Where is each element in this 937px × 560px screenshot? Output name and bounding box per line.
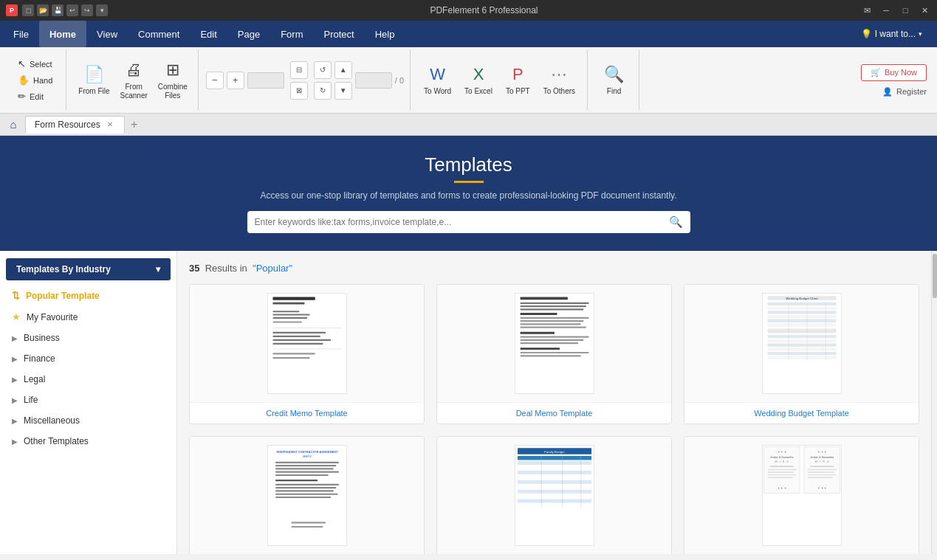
- scrollbar[interactable]: [931, 251, 937, 554]
- templates-grid-area: 35 Results in "Popular": [177, 251, 931, 554]
- edit-icon: ✏: [18, 91, 26, 102]
- combine-files-button[interactable]: ⊞ CombineFiles: [154, 58, 192, 103]
- sidebar-item-favourite[interactable]: ★ My Favourite: [0, 306, 176, 328]
- select-button[interactable]: ↖ Select: [13, 57, 57, 71]
- svg-rect-45: [767, 348, 836, 350]
- home-tab-button[interactable]: ⌂: [3, 117, 24, 133]
- fit-width-button[interactable]: ⊟: [290, 61, 308, 79]
- sidebar-misc-label: Miscellaneous: [24, 415, 80, 426]
- sidebar-life-label: Life: [24, 395, 38, 405]
- templates-subtitle: Access our one-stop library of templates…: [18, 190, 919, 201]
- svg-rect-42: [767, 335, 836, 338]
- menu-comment[interactable]: Comment: [128, 21, 190, 47]
- menu-edit[interactable]: Edit: [190, 21, 227, 47]
- new-icon[interactable]: ◻: [22, 4, 34, 16]
- menu-page[interactable]: Page: [227, 21, 270, 47]
- excel-icon: X: [473, 65, 484, 84]
- lightbulb-icon: 💡: [861, 29, 872, 39]
- svg-text:Family Budget: Family Budget: [544, 450, 565, 454]
- svg-rect-59: [275, 480, 318, 481]
- template-thumb-1: [190, 285, 424, 403]
- svg-rect-57: [275, 471, 339, 473]
- sidebar-item-popular[interactable]: ⇅ Popular Template: [0, 285, 176, 306]
- zoom-input[interactable]: [247, 72, 284, 89]
- zoom-in-button[interactable]: +: [227, 72, 244, 89]
- add-tab-button[interactable]: +: [126, 117, 143, 133]
- menu-form[interactable]: Form: [270, 21, 313, 47]
- sidebar-item-legal[interactable]: ▶ Legal: [0, 369, 176, 390]
- template-card-family-budget[interactable]: Family Budget: [436, 436, 672, 554]
- svg-rect-78: [517, 494, 591, 498]
- fit-page-button[interactable]: ⊠: [290, 82, 308, 100]
- search-icon[interactable]: 🔍: [669, 215, 683, 229]
- page-number-input[interactable]: [355, 72, 392, 89]
- i-want-to[interactable]: 💡 I want to... ▾: [855, 26, 928, 42]
- edit-button[interactable]: ✏ Edit: [13, 89, 57, 103]
- undo-icon[interactable]: ↩: [66, 4, 78, 16]
- menu-bar: File Home View Comment Edit Page Form Pr…: [0, 21, 937, 47]
- hand-button[interactable]: ✋ Hand: [13, 73, 57, 87]
- zoom-out-button[interactable]: −: [206, 72, 224, 89]
- svg-rect-56: [275, 468, 334, 469]
- maximize-button[interactable]: □: [899, 4, 912, 16]
- svg-rect-23: [520, 323, 580, 325]
- form-resources-tab[interactable]: Form Resources ✕: [25, 116, 125, 134]
- email-icon[interactable]: ✉: [860, 4, 873, 16]
- menu-file[interactable]: File: [3, 21, 39, 47]
- to-excel-button[interactable]: X To Excel: [459, 62, 498, 98]
- close-button[interactable]: ✕: [918, 4, 931, 16]
- menu-view[interactable]: View: [86, 21, 128, 47]
- scroll-thumb[interactable]: [933, 254, 937, 298]
- to-ppt-button[interactable]: P To PPT: [500, 62, 536, 98]
- tab-close-button[interactable]: ✕: [105, 120, 115, 130]
- svg-rect-13: [272, 353, 315, 354]
- to-others-button[interactable]: ⋯ To Others: [538, 62, 581, 98]
- svg-rect-3: [272, 311, 299, 312]
- minimize-button[interactable]: ─: [879, 4, 893, 16]
- arrow-icon: ▶: [12, 396, 18, 404]
- search-input[interactable]: [255, 217, 665, 227]
- menu-home[interactable]: Home: [39, 21, 86, 47]
- svg-rect-18: [520, 305, 586, 307]
- template-name-3: Wedding Budget Template: [684, 403, 919, 424]
- menu-help[interactable]: Help: [365, 21, 405, 47]
- template-thumb-6: ✦ ✦ ✦ ✦ ✦ ✦ Jordan & Samantha Jordan & S…: [684, 437, 919, 554]
- rotate-left-button[interactable]: ↺: [314, 61, 332, 79]
- buy-now-button[interactable]: 🛒 Buy Now: [861, 64, 927, 81]
- svg-rect-63: [275, 494, 337, 495]
- sidebar-item-business[interactable]: ▶ Business: [0, 328, 176, 348]
- svg-rect-37: [767, 311, 836, 314]
- to-word-button[interactable]: W To Word: [418, 62, 457, 98]
- from-scanner-button[interactable]: 🖨 FromScanner: [116, 58, 152, 103]
- svg-rect-24: [520, 327, 586, 328]
- svg-text:Jordan & Samantha: Jordan & Samantha: [770, 456, 794, 459]
- sidebar-item-misc[interactable]: ▶ Miscellaneous: [0, 410, 176, 431]
- page-up-button[interactable]: ▲: [334, 61, 352, 79]
- sidebar-item-life[interactable]: ▶ Life: [0, 390, 176, 410]
- sidebar-finance-label: Finance: [24, 353, 55, 364]
- template-card-deal-memo[interactable]: Deal Memo Template: [436, 284, 672, 424]
- find-group: 🔍 Find: [589, 50, 639, 110]
- templates-container: Templates Access our one-stop library of…: [0, 136, 937, 554]
- template-card-wedding-program[interactable]: ✦ ✦ ✦ ✦ ✦ ✦ Jordan & Samantha Jordan & S…: [684, 436, 919, 554]
- save-icon[interactable]: 💾: [52, 4, 64, 16]
- template-card-contractor[interactable]: INDEPENDENT CONTRACTOR AGREEMENT SAMPLE: [189, 436, 425, 554]
- rotate-right-button[interactable]: ↻: [314, 82, 332, 100]
- svg-rect-12: [272, 349, 341, 350]
- template-card-wedding-budget[interactable]: Wedding Budget Chart: [684, 284, 919, 424]
- sidebar-item-finance[interactable]: ▶ Finance: [0, 348, 176, 369]
- svg-text:✦ ✦ ✦: ✦ ✦ ✦: [817, 486, 826, 490]
- from-file-button[interactable]: 📄 From File: [74, 62, 114, 99]
- sidebar-item-other[interactable]: ▶ Other Templates: [0, 431, 176, 452]
- template-card-credit-memo[interactable]: Credit Memo Template: [189, 284, 425, 424]
- svg-rect-73: [517, 471, 591, 474]
- sidebar-header: Templates By Industry ▾: [6, 258, 171, 280]
- find-button[interactable]: 🔍 Find: [595, 62, 633, 98]
- template-thumb-3: Wedding Budget Chart: [684, 285, 919, 403]
- menu-protect[interactable]: Protect: [314, 21, 365, 47]
- quick-access-more[interactable]: ▾: [96, 4, 108, 16]
- register-button[interactable]: 👤 Register: [882, 87, 927, 97]
- page-down-button[interactable]: ▼: [334, 82, 352, 100]
- open-icon[interactable]: 📂: [37, 4, 49, 16]
- redo-icon[interactable]: ↪: [81, 4, 93, 16]
